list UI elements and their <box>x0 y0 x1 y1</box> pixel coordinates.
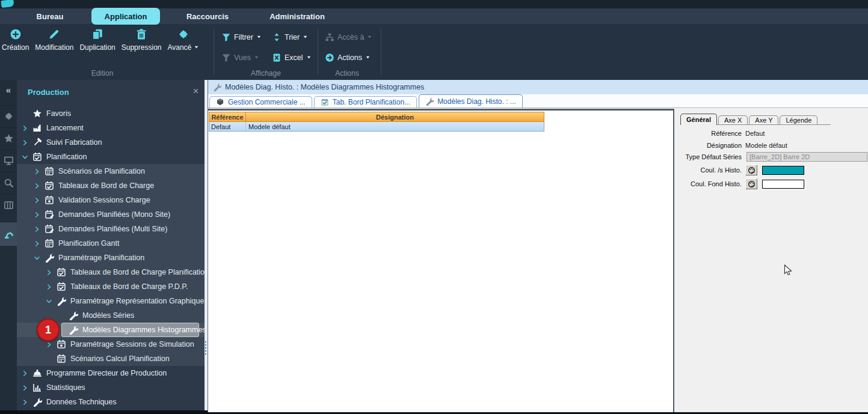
modules-gear-button[interactable] <box>0 105 17 127</box>
column-header-reference[interactable]: Référence <box>209 112 246 121</box>
chevron-right-icon[interactable] <box>34 168 45 175</box>
sidebar-item-planification[interactable]: Planification <box>17 150 205 164</box>
duplicate-button[interactable]: Duplication <box>78 28 117 52</box>
advanced-button[interactable]: Avancé <box>165 28 201 52</box>
tab-raccourcis[interactable]: Raccourcis <box>180 8 235 24</box>
calendar-check-icon <box>57 282 66 291</box>
hammer-icon <box>32 138 42 147</box>
doc-tab-modeles-diag-histo[interactable]: Modèles Diag. Histo. : ... <box>419 94 523 108</box>
tab-application[interactable]: Application <box>91 8 160 25</box>
fond-color-swatch[interactable] <box>762 180 804 189</box>
histo-color-swatch[interactable] <box>762 166 804 175</box>
search-button[interactable] <box>0 172 17 193</box>
tab-axe-y[interactable]: Axe Y <box>749 115 778 124</box>
sidebar-item-label: Validation Sessions Charge <box>58 196 150 204</box>
properties-tab-bar: Général Axe X Axe Y Légende <box>680 114 831 125</box>
sidebar-item-scenarios-planification[interactable]: Scénarios de Planification <box>17 164 205 178</box>
chevron-right-icon[interactable] <box>22 370 32 377</box>
selected-item-pill[interactable]: Modèles Diagrammes Histogrammes <box>61 323 199 337</box>
views-label: Vues <box>234 53 251 62</box>
calendar-icon <box>45 195 54 205</box>
chevron-right-icon[interactable] <box>34 183 45 189</box>
chevron-down-icon[interactable] <box>46 298 57 305</box>
actions-button[interactable]: Actions <box>325 50 371 65</box>
sidebar-item-statistiques[interactable]: Statistiques <box>17 380 205 395</box>
sidebar-item-validation-sessions[interactable]: Validation Sessions Charge <box>17 193 205 207</box>
sidebar-item-tableaux-bord-charge[interactable]: Tableaux de Bord de Charge <box>17 178 205 193</box>
chevron-right-icon[interactable] <box>22 139 32 146</box>
sort-button[interactable]: Trier <box>272 30 308 44</box>
funnel-icon <box>221 53 231 62</box>
access-button[interactable]: Accès à <box>325 30 372 44</box>
sidebar-item-suivi-fabrication[interactable]: Suivi Fabrication <box>17 135 205 150</box>
navigation-tree: Favoris Lancement Suivi Fabrication Plan… <box>17 106 205 409</box>
favorites-button[interactable] <box>0 127 17 149</box>
close-icon[interactable]: × <box>193 87 199 96</box>
collapse-sidebar-button[interactable]: « <box>0 85 17 95</box>
modify-button[interactable]: Modification <box>33 28 75 52</box>
sidebar-item-label: Paramétrage Planification <box>58 254 144 262</box>
desktop-button[interactable] <box>0 150 17 171</box>
splitter-handle[interactable] <box>205 339 207 356</box>
module-rail: « <box>0 80 17 412</box>
properties-panel: Général Axe X Axe Y Légende Référence De… <box>674 109 868 412</box>
data-grid: Référence Désignation Defaut Modele défa… <box>208 109 674 412</box>
caret-down-icon <box>365 53 371 62</box>
caret-down-icon <box>306 53 312 62</box>
filter-label: Filtrer <box>234 33 253 41</box>
cell-reference: Defaut <box>209 122 246 131</box>
sidebar-item-favoris[interactable]: Favoris <box>17 106 205 121</box>
chevron-right-icon[interactable] <box>34 226 45 233</box>
color-picker-button[interactable] <box>745 178 757 189</box>
sidebar-item-scenarios-calcul[interactable]: Scénarios Calcul Planification <box>17 352 205 366</box>
sidebar-item-programme-directeur[interactable]: Programme Directeur de Production <box>17 366 205 380</box>
chevron-right-icon[interactable] <box>46 269 57 276</box>
sidebar-item-label: Paramétrage Représentation Graphique <box>70 297 204 305</box>
chevron-right-icon[interactable] <box>46 284 57 290</box>
calendar-check-icon <box>32 152 42 162</box>
views-button[interactable]: Vues <box>221 50 259 65</box>
doc-tab-tab-bord-planification[interactable]: Tab. Bord Planification... <box>314 96 417 108</box>
sidebar-item-demandes-mono[interactable]: Demandes Planifiées (Mono Site) <box>17 207 205 222</box>
chevron-right-icon[interactable] <box>22 399 32 406</box>
chevron-right-icon[interactable] <box>34 197 45 204</box>
type-defaut-series-field[interactable]: [Barre_2D] Barre 2D <box>746 152 867 162</box>
sidebar-item-parametrage-representation[interactable]: Paramétrage Représentation Graphique <box>17 294 205 308</box>
tab-legende[interactable]: Légende <box>780 115 817 124</box>
columns-view-button[interactable] <box>0 194 17 216</box>
delete-button[interactable]: Suppression <box>120 28 164 52</box>
chevron-down-icon[interactable] <box>34 255 45 261</box>
chevron-down-icon[interactable] <box>22 154 32 160</box>
search-icon <box>4 178 14 188</box>
column-header-designation[interactable]: Désignation <box>246 112 544 121</box>
chevron-right-icon[interactable] <box>22 385 32 391</box>
calendar-icon <box>57 339 66 349</box>
window-titlebar <box>0 0 868 8</box>
sidebar-item-tbc-planification[interactable]: Tableaux de Bord de Charge Planification <box>17 265 205 279</box>
tab-administration[interactable]: Administration <box>266 8 328 24</box>
tab-axe-x[interactable]: Axe X <box>718 115 748 124</box>
wrench-icon <box>425 97 434 106</box>
trash-icon <box>135 28 147 40</box>
chevron-right-icon[interactable] <box>22 125 32 132</box>
color-picker-button[interactable] <box>745 165 757 175</box>
doc-tab-gestion-commerciale[interactable]: Gestion Commerciale ... <box>209 96 312 108</box>
sidebar-item-tbc-pdp[interactable]: Tableaux de Bord de Charge P.D.P. <box>17 279 205 294</box>
wrench-icon <box>45 253 54 263</box>
sidebar-item-demandes-multi[interactable]: Demandes Planifiées (Multi Site) <box>17 222 205 236</box>
filter-button[interactable]: Filtrer <box>221 30 262 44</box>
tab-general[interactable]: Général <box>680 114 717 125</box>
create-button[interactable]: Création <box>0 28 31 52</box>
monitor-icon <box>4 156 14 166</box>
chevron-right-icon[interactable] <box>34 240 45 247</box>
sidebar-item-donnees-techniques[interactable]: Données Techniques <box>17 395 205 409</box>
excel-button[interactable]: Excel <box>272 50 312 65</box>
sidebar-item-planification-gantt[interactable]: Planification Gantt <box>17 236 205 251</box>
chevron-right-icon[interactable] <box>34 212 45 218</box>
production-module-button[interactable] <box>0 222 17 246</box>
table-row[interactable]: Defaut Modele défaut <box>209 122 544 132</box>
sidebar-item-lancement[interactable]: Lancement <box>17 121 205 135</box>
tab-bureau[interactable]: Bureau <box>27 8 73 24</box>
chevron-right-icon[interactable] <box>46 341 57 348</box>
sidebar-item-parametrage-planification[interactable]: Paramétrage Planification <box>17 251 205 265</box>
